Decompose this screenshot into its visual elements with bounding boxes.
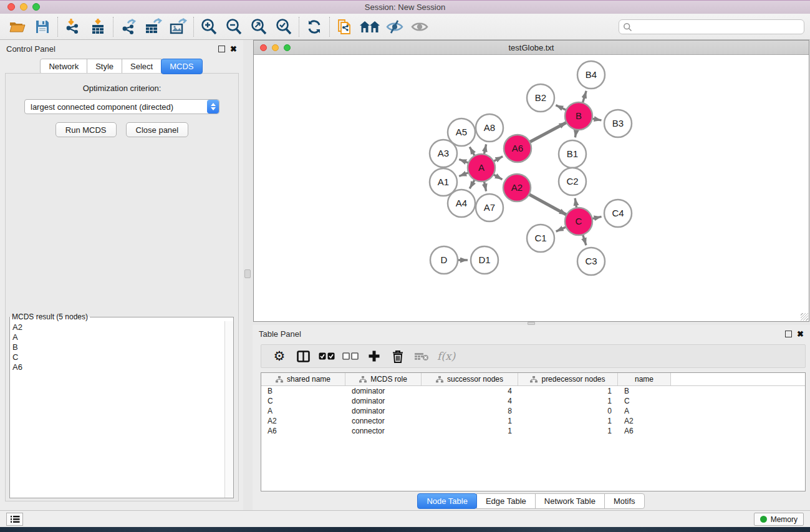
graph-node[interactable]: A8 [476,114,503,142]
graph-node[interactable]: A [468,154,495,181]
show-all-button[interactable] [407,16,432,38]
tab-edge-table[interactable]: Edge Table [476,493,536,509]
table-settings-button[interactable]: ⚙ [268,350,291,363]
graph-edge[interactable] [575,198,576,208]
table-cell[interactable]: B [618,387,671,395]
float-table-panel-icon[interactable] [785,331,792,337]
table-cell[interactable]: connector [345,417,422,425]
graph-edge[interactable] [529,195,566,215]
mcds-result-item[interactable]: C [10,352,224,362]
close-panel-icon[interactable]: ✖ [230,45,237,53]
table-cell[interactable]: connector [345,427,422,435]
table-cell[interactable]: A2 [261,417,345,425]
table-header-row[interactable]: shared nameMCDS rolesuccessor nodesprede… [261,373,805,386]
graph-node[interactable]: A4 [448,190,475,217]
table-cell[interactable]: C [261,397,345,405]
table-row[interactable]: Bdominator41B [261,386,805,396]
tab-mcds[interactable]: MCDS [161,59,202,74]
column-header-name[interactable]: name [618,373,671,385]
refresh-button[interactable] [302,16,327,38]
delete-column-button[interactable] [386,350,410,363]
graph-node[interactable]: A2 [503,174,531,201]
table-cell[interactable]: B [261,387,345,395]
column-header-shared-name[interactable]: shared name [261,373,345,385]
graph-node[interactable]: A6 [504,135,531,162]
table-row[interactable]: A6connector11A6 [261,426,805,436]
network-graph[interactable]: B4B2BB3A8A5A6A3B1AA1C2A2A4A7C4CC1DD1C3 [254,55,809,321]
graph-node[interactable]: B3 [604,110,632,137]
open-session-button[interactable] [5,16,30,38]
table-cell[interactable]: A [618,407,671,415]
graph-edge[interactable] [556,105,566,110]
graph-edge[interactable] [493,175,502,180]
graph-node[interactable]: B2 [527,84,554,112]
mcds-result-item[interactable]: A2 [10,322,224,332]
table-cell[interactable]: 1 [518,427,618,435]
table-cell[interactable]: 0 [518,407,618,415]
mcds-list-scrollbar[interactable] [224,321,233,498]
table-row[interactable]: Cdominator41C [261,396,805,406]
table-cell[interactable]: dominator [345,407,422,415]
table-cell[interactable]: 1 [422,417,518,425]
table-cell[interactable]: 1 [518,417,618,425]
export-image-button[interactable] [166,16,191,38]
graph-edge[interactable] [470,180,475,188]
table-cell[interactable]: 1 [422,427,518,435]
zoom-in-button[interactable] [196,16,221,38]
graph-edge[interactable] [556,227,566,231]
export-network-button[interactable] [116,16,141,38]
add-column-button[interactable] [362,350,386,362]
tab-network-table[interactable]: Network Table [535,493,605,509]
table-cell[interactable]: A6 [261,427,345,435]
graph-edge[interactable] [493,157,503,162]
zoom-selected-button[interactable] [271,16,296,38]
graph-node[interactable]: B4 [577,61,605,89]
function-builder-button[interactable]: f(x) [437,350,455,362]
graph-node[interactable]: C3 [577,248,605,275]
table-cell[interactable]: 1 [518,387,618,395]
graph-node[interactable]: C1 [527,225,554,252]
graph-edge[interactable] [459,160,468,163]
table-row[interactable]: A2connector11A2 [261,416,805,426]
close-panel-button[interactable]: Close panel [126,122,189,137]
table-cell[interactable]: dominator [345,387,422,395]
table-cell[interactable]: C [618,397,671,405]
clone-network-button[interactable] [332,16,357,38]
table-cell[interactable]: 4 [422,387,518,395]
graph-edge[interactable] [582,91,586,103]
zoom-fit-button[interactable] [246,16,271,38]
window-resize-handle[interactable] [801,313,808,321]
run-mcds-button[interactable]: Run MCDS [55,122,117,137]
mcds-result-item[interactable]: B [10,342,224,352]
splitter-grip[interactable] [244,269,251,278]
network-window-titlebar[interactable]: testGlobe.txt [254,41,809,55]
table-cell[interactable]: A2 [618,417,671,425]
mcds-result-list[interactable]: A2ABCA6 [10,322,224,498]
criterion-dropdown[interactable]: largest connected component (directed) [24,99,219,114]
graph-node[interactable]: D [430,246,458,274]
graph-edge[interactable] [459,173,468,177]
graph-node[interactable]: D1 [471,246,498,274]
table-cell[interactable]: A [261,407,345,415]
graph-edge[interactable] [484,144,486,154]
table-cell[interactable]: dominator [345,397,422,405]
tab-network[interactable]: Network [40,59,87,74]
graph-edge[interactable] [484,181,486,191]
home-button[interactable] [357,16,382,38]
deselect-all-button[interactable] [339,352,362,360]
graph-node[interactable]: A3 [430,140,457,167]
import-table-button[interactable] [85,16,110,38]
close-table-panel-icon[interactable]: ✖ [797,330,804,338]
graph-edge[interactable] [575,130,576,138]
search-input[interactable] [632,21,804,33]
graph-edge[interactable] [592,216,602,218]
column-header-MCDS-role[interactable]: MCDS role [345,373,422,385]
graph-node[interactable]: C [565,208,592,235]
graph-edge[interactable] [470,147,475,156]
graph-node[interactable]: C4 [604,200,632,227]
column-layout-button[interactable] [291,351,315,362]
zoom-out-button[interactable] [221,16,246,38]
tab-motifs[interactable]: Motifs [604,493,645,509]
tab-node-table[interactable]: Node Table [417,493,477,509]
table-body[interactable]: Bdominator41BCdominator41CAdominator80AA… [261,386,805,436]
